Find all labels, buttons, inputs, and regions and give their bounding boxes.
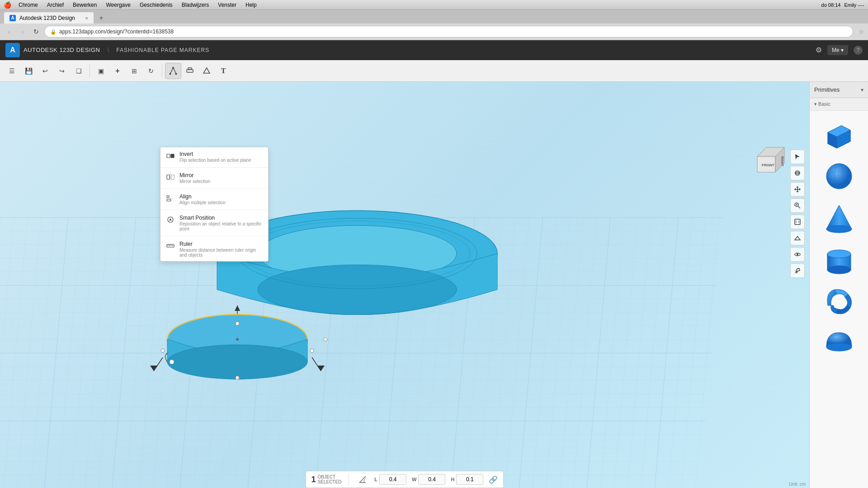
help-button[interactable]: ?	[854, 46, 863, 55]
refresh-scene-button[interactable]: ↻	[143, 63, 159, 79]
toolbar-mid-group: ▣ + ⊞ ↻	[93, 63, 159, 79]
tab-close-button[interactable]: ×	[85, 15, 88, 21]
undo-button[interactable]: ↩	[37, 63, 53, 79]
lock-icon: 🔒	[50, 29, 57, 35]
mirror-menu-item[interactable]: Mirror Mirror selection	[160, 169, 268, 188]
unit-label: Unit: cm	[789, 482, 806, 487]
orbit-tool[interactable]	[790, 166, 805, 180]
primitives-grid	[810, 111, 868, 366]
menu-chrome[interactable]: Chrome	[17, 1, 40, 9]
menu-bewerken[interactable]: Bewerken	[71, 1, 99, 9]
align-menu-item[interactable]: Align Align multiple selection	[160, 190, 268, 209]
menu-button[interactable]: ☰	[4, 63, 20, 79]
refresh-button[interactable]: ↻	[31, 26, 42, 37]
svg-point-23	[236, 322, 239, 325]
save-button[interactable]: 💾	[20, 63, 37, 79]
status-bar: 1 OBJECT SELECTED L	[0, 470, 809, 488]
select-tool[interactable]	[790, 150, 805, 164]
menu-separator-4	[160, 236, 268, 236]
app-logo: A AUTODESK 123D DESIGN	[5, 43, 100, 57]
svg-point-12	[258, 265, 457, 314]
menu-weergave[interactable]: Weergave	[104, 1, 132, 9]
redo-button[interactable]: ↪	[54, 63, 70, 79]
primitive-cube[interactable]	[813, 114, 864, 155]
invert-menu-item[interactable]: Invert Flip selection based on active pl…	[160, 147, 268, 166]
me-dropdown[interactable]: Me ▾	[827, 45, 848, 55]
svg-line-60	[359, 476, 366, 483]
smart-position-icon	[166, 215, 175, 224]
frame-button[interactable]: ▣	[93, 63, 109, 79]
apple-menu[interactable]: 🍎	[4, 1, 11, 9]
menubar-time: do 08:14	[821, 2, 841, 8]
primitive-cylinder[interactable]	[813, 239, 864, 280]
primitives-panel: Primitives ▾ ▾ Basic	[809, 82, 868, 488]
mac-menubar-right: do 08:14 Emily ----	[821, 2, 864, 8]
basic-section-header[interactable]: ▾ Basic	[810, 98, 868, 111]
smart-position-text: Smart Position Reposition an object rela…	[179, 215, 263, 231]
ruler-text: Ruler Measure distance between ruler ori…	[179, 241, 263, 258]
forward-button[interactable]: ›	[17, 26, 28, 37]
construct-button[interactable]	[182, 63, 198, 79]
hemisphere-svg	[821, 324, 857, 361]
height-field: H	[451, 474, 483, 485]
toolbar: ☰ 💾 ↩ ↪ ❑ ▣ + ⊞ ↻	[0, 60, 868, 82]
primitive-cone[interactable]	[813, 197, 864, 238]
height-input[interactable]	[456, 474, 483, 485]
right-tools	[790, 150, 805, 278]
invert-icon	[166, 151, 175, 160]
perspective-tool[interactable]	[790, 231, 805, 245]
view-cube[interactable]: FRONT RIGHT	[750, 141, 782, 172]
menu-help[interactable]: Help	[244, 1, 259, 9]
add-button[interactable]: +	[109, 63, 126, 79]
bookmark-button[interactable]: ☆	[859, 28, 864, 35]
svg-text:RIGHT: RIGHT	[781, 156, 784, 167]
menu-bladwijzers[interactable]: Bladwijzers	[180, 1, 211, 9]
address-text: apps.123dapp.com/design/?contentid=16385…	[59, 28, 174, 35]
active-tab[interactable]: A Autodesk 123D Design ×	[4, 12, 94, 23]
width-input[interactable]	[418, 474, 445, 485]
primitives-collapse-button[interactable]: ▾	[861, 87, 863, 93]
fit-tool[interactable]	[790, 215, 805, 229]
zoom-tool[interactable]	[790, 198, 805, 213]
length-input[interactable]	[379, 474, 406, 485]
viewport[interactable]: FRONT RIGHT	[0, 82, 809, 488]
new-tab-button[interactable]: +	[96, 13, 107, 23]
primitive-hemisphere[interactable]	[813, 322, 864, 363]
smart-position-menu-item[interactable]: Smart Position Reposition an object rela…	[160, 211, 268, 235]
view-tool[interactable]	[790, 247, 805, 262]
primitive-torus[interactable]	[813, 281, 864, 321]
settings-icon[interactable]: ⚙	[816, 46, 822, 54]
primitives-header: Primitives ▾	[810, 82, 868, 98]
ruler-menu-item[interactable]: Ruler Measure distance between ruler ori…	[160, 237, 268, 261]
primitives-title: Primitives	[814, 86, 840, 93]
transform-button[interactable]: ⊞	[126, 63, 142, 79]
duplicate-button[interactable]: ❑	[71, 63, 87, 79]
link-dimensions-button[interactable]: 🔗	[489, 475, 498, 484]
svg-point-26	[310, 349, 314, 352]
tab-bar: A Autodesk 123D Design × +	[0, 10, 868, 23]
autodesk-logo: A	[5, 43, 20, 57]
modify-icon	[203, 67, 211, 75]
svg-marker-7	[203, 68, 210, 73]
object-label-line2: SELECTED	[318, 479, 342, 484]
primitive-sphere[interactable]	[813, 156, 864, 197]
transform-menu-button[interactable]	[165, 63, 181, 79]
menu-archief[interactable]: Archief	[45, 1, 66, 9]
text-button[interactable]: T	[215, 63, 231, 79]
main-layout: FRONT RIGHT	[0, 82, 868, 488]
svg-point-70	[826, 225, 852, 233]
back-button[interactable]: ‹	[4, 26, 14, 37]
svg-rect-45	[167, 154, 170, 158]
address-bar[interactable]: 🔒 apps.123dapp.com/design/?contentid=163…	[44, 26, 853, 38]
menu-venster[interactable]: Venster	[216, 1, 238, 9]
menu-geschiedenis[interactable]: Geschiedenis	[138, 1, 175, 9]
project-name: FASHIONABLE PAGE MARKERS	[116, 47, 209, 53]
height-label: H	[451, 477, 454, 482]
modify-button[interactable]	[198, 63, 215, 79]
paint-tool[interactable]	[790, 263, 805, 278]
svg-rect-55	[167, 244, 174, 247]
view-cube-svg: FRONT RIGHT	[750, 141, 787, 177]
svg-rect-47	[167, 175, 170, 179]
svg-rect-40	[795, 219, 800, 225]
pan-tool[interactable]	[790, 182, 805, 197]
